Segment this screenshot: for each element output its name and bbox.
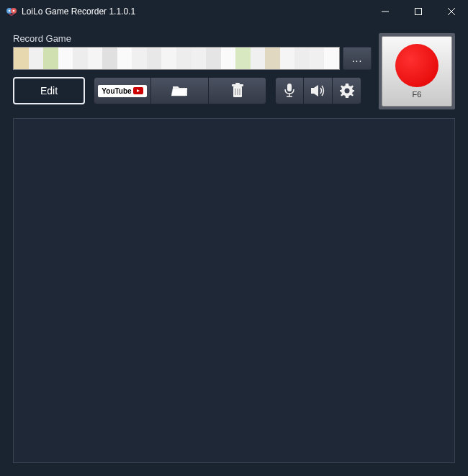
svg-rect-5 bbox=[415, 9, 422, 15]
settings-button-group bbox=[275, 77, 361, 104]
play-icon bbox=[133, 87, 143, 94]
game-path-input[interactable] bbox=[13, 47, 340, 70]
settings-button[interactable] bbox=[333, 77, 361, 104]
close-button[interactable] bbox=[435, 0, 468, 23]
svg-point-3 bbox=[13, 10, 15, 12]
app-icon bbox=[6, 6, 17, 17]
edit-button[interactable]: Edit bbox=[13, 77, 85, 104]
blurred-content bbox=[14, 48, 339, 69]
trash-icon bbox=[231, 83, 244, 99]
minimize-button[interactable] bbox=[369, 0, 402, 23]
record-hotkey-label: F6 bbox=[413, 90, 422, 99]
window-controls bbox=[369, 0, 468, 23]
record-game-label: Record Game bbox=[13, 33, 372, 44]
controls-column: Record Game bbox=[13, 33, 372, 104]
window-title: LoiLo Game Recorder 1.1.0.1 bbox=[22, 6, 369, 17]
folder-button[interactable] bbox=[151, 77, 209, 104]
speaker-icon bbox=[311, 84, 325, 97]
speaker-button[interactable] bbox=[304, 77, 333, 104]
record-button-container: F6 bbox=[379, 33, 455, 109]
delete-button[interactable] bbox=[209, 77, 266, 104]
browse-button[interactable]: ... bbox=[343, 47, 372, 70]
svg-point-17 bbox=[344, 89, 349, 94]
svg-point-2 bbox=[9, 10, 11, 12]
svg-rect-14 bbox=[287, 84, 292, 91]
svg-rect-10 bbox=[235, 83, 240, 84]
toolbar: Edit YouTube bbox=[13, 77, 372, 104]
recordings-list[interactable] bbox=[13, 118, 455, 463]
youtube-icon: YouTube bbox=[98, 85, 146, 97]
youtube-button[interactable]: YouTube bbox=[94, 77, 151, 104]
maximize-button[interactable] bbox=[402, 0, 435, 23]
app-window: LoiLo Game Recorder 1.1.0.1 Record Game bbox=[0, 0, 468, 476]
microphone-icon bbox=[284, 84, 294, 98]
action-button-group: YouTube bbox=[94, 77, 266, 104]
game-input-row: ... bbox=[13, 47, 372, 70]
svg-rect-9 bbox=[232, 84, 243, 86]
record-icon bbox=[395, 44, 438, 87]
microphone-button[interactable] bbox=[275, 77, 304, 104]
top-row: Record Game bbox=[13, 33, 455, 109]
gear-icon bbox=[340, 84, 354, 98]
scroll-spacer bbox=[14, 119, 455, 462]
content-area: Record Game bbox=[0, 23, 468, 476]
record-button[interactable]: F6 bbox=[382, 36, 452, 107]
titlebar: LoiLo Game Recorder 1.1.0.1 bbox=[0, 0, 468, 23]
folder-icon bbox=[171, 84, 189, 98]
